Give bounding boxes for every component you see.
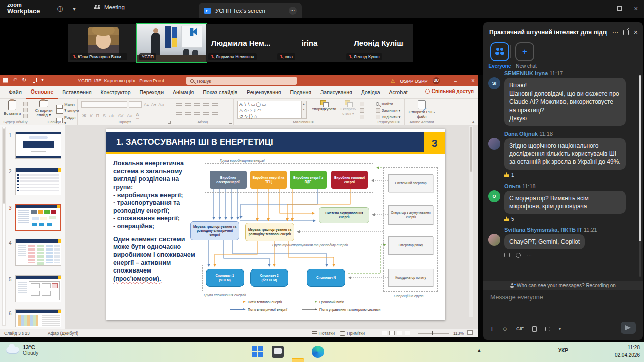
new-chat-chip[interactable]: + [515, 42, 534, 61]
chat-close-icon[interactable]: × [634, 28, 638, 36]
task-view-button[interactable] [272, 346, 284, 358]
normal-view-icon[interactable] [382, 331, 387, 335]
account-avatar[interactable]: UU [433, 77, 440, 84]
tab-help[interactable]: Довідка [357, 86, 385, 98]
chat-scrollbar[interactable] [639, 75, 641, 277]
everyone-label[interactable]: Everyone [485, 63, 515, 69]
zoom-slider[interactable] [418, 333, 449, 334]
video-tile-ludmila[interactable]: Людмила Нем... Людмила Немикіна [206, 24, 275, 62]
sender-name[interactable]: Dana Olijnuk [504, 131, 538, 137]
reply-icon[interactable] [504, 253, 510, 257]
sender-name[interactable]: SEMENIUK Iryna [504, 70, 548, 76]
slideshow-view-icon[interactable] [405, 331, 410, 335]
canvas-scrollbar[interactable] [469, 126, 473, 317]
slide-thumbnail-1[interactable] [15, 132, 61, 159]
warning-icon[interactable]: ⚠ [391, 78, 395, 84]
share-button[interactable]: Спільний доступ [425, 88, 474, 94]
edge-icon[interactable] [312, 346, 324, 358]
replace-button[interactable]: Замінити ▾ [376, 108, 400, 113]
slide-thumbnail-6[interactable] [15, 309, 61, 327]
maximize-button[interactable] [617, 6, 622, 11]
cut-icon[interactable] [23, 102, 28, 106]
save-button[interactable] [3, 78, 8, 83]
new-slide-button[interactable]: Створити слайд ▾ [33, 100, 54, 117]
emoji-icon[interactable]: ☺ [502, 326, 508, 332]
indent-increase-icon[interactable] [203, 102, 209, 106]
shape-outline-button[interactable] [360, 108, 364, 113]
font-size-buttons[interactable]: A▴A▾Aa [144, 102, 164, 107]
ppt-close-button[interactable]: × [471, 77, 475, 84]
reaction-badge[interactable]: 1 [504, 172, 632, 178]
chat-message[interactable]: SI SEMENIUK Iryna 11:17 Вітаю! Шановні д… [488, 70, 632, 126]
message-input[interactable]: Message everyone [490, 294, 543, 301]
tab-acrobat[interactable]: Acrobat [385, 86, 412, 98]
reset-button[interactable]: Скинути [56, 108, 79, 114]
collapse-ribbon-icon[interactable]: ▴ [472, 119, 474, 124]
tab-transitions[interactable]: Переходи [135, 86, 168, 98]
qat-customize-icon[interactable]: ▾ [41, 78, 43, 82]
ribbon-options-icon[interactable] [445, 79, 449, 83]
zoom-level[interactable]: 113% [453, 331, 464, 336]
bullets-icon[interactable] [176, 102, 182, 106]
sorter-view-icon[interactable] [389, 331, 395, 335]
tray-chevron-icon[interactable]: ▴ [478, 347, 481, 353]
columns-icon[interactable] [212, 112, 218, 117]
font-size-select[interactable] [129, 101, 142, 108]
account-name[interactable]: USPP USPP [400, 78, 427, 84]
new-chat-label[interactable]: New chat [511, 63, 541, 69]
info-icon[interactable]: ⓘ [57, 5, 63, 14]
quick-styles-button[interactable]: Експрес-стилі ▾ [338, 100, 359, 116]
line-spacing-icon[interactable] [212, 102, 218, 106]
align-left-icon[interactable] [176, 112, 182, 117]
redo-button[interactable]: ↻ [22, 77, 26, 83]
screenshot-icon[interactable] [545, 327, 550, 331]
slide-thumbnail-2[interactable] [15, 168, 61, 195]
chat-message[interactable]: Dana Olijnuk 11:18 Згідно щорічного наці… [488, 131, 632, 178]
sender-name[interactable]: Ольга [504, 183, 521, 189]
close-button[interactable]: × [634, 5, 638, 12]
format-text-icon[interactable]: T [490, 326, 494, 332]
ppt-minimize-button[interactable]: – [454, 78, 457, 84]
tab-slideshow[interactable]: Показ слайдів [198, 86, 242, 98]
language-indicator[interactable]: УКР [558, 348, 568, 353]
indent-decrease-icon[interactable] [194, 102, 200, 106]
tab-design[interactable]: Конструктор [96, 86, 135, 98]
start-button[interactable] [252, 346, 264, 358]
chat-message[interactable]: Svitlana Shymsnska, ПКТБ ІТ 11:21 ChayGP… [488, 227, 632, 258]
sender-name[interactable]: Svitlana Shymsnska, ПКТБ ІТ [504, 227, 582, 233]
shape-fill-button[interactable] [360, 102, 364, 106]
video-tile-yulia[interactable]: Юлія Романуша Бахм... [68, 24, 137, 62]
list-buttons[interactable] [176, 102, 218, 106]
add-reaction-icon[interactable] [516, 253, 521, 258]
reaction-badge[interactable]: 5 [504, 216, 632, 222]
view-buttons[interactable] [380, 330, 410, 335]
align-center-icon[interactable] [185, 112, 191, 117]
video-tile-uspp[interactable]: УСПП [137, 24, 206, 62]
ppt-restore-button[interactable] [462, 79, 466, 83]
gif-icon[interactable]: GIF [516, 326, 524, 331]
everyone-chip[interactable] [490, 42, 509, 61]
thumbnails-scrollbar[interactable] [2, 127, 6, 326]
tab-recording[interactable]: Записування [316, 86, 357, 98]
undo-button[interactable]: ↶ [13, 77, 17, 83]
tab-meeting[interactable]: Meeting [94, 4, 125, 10]
font-style-buttons[interactable]: ЖКПSabAVAa 𝐀 [82, 112, 139, 119]
copy-icon[interactable] [23, 108, 28, 112]
format-painter-icon[interactable] [23, 114, 28, 118]
align-right-icon[interactable] [194, 112, 200, 117]
start-slideshow-button[interactable] [31, 78, 37, 82]
tab-review[interactable]: Рецензування [242, 86, 285, 98]
clock[interactable]: 11:28 02.04.2026 [615, 344, 640, 359]
attach-file-icon[interactable] [532, 326, 537, 332]
tab-animations[interactable]: Анімація [168, 86, 198, 98]
chat-message[interactable]: O Ольга 11:18 Є модератор? Вимкніть всім… [488, 183, 632, 222]
slide-thumbnail-5[interactable] [15, 275, 61, 302]
video-tile-irina[interactable]: irina irina [275, 24, 344, 62]
toolbar-chevron-icon[interactable]: ▾ [559, 327, 561, 331]
select-button[interactable]: Виділити ▾ [376, 114, 400, 120]
slide-thumbnail-4[interactable] [15, 239, 61, 266]
create-pdf-button[interactable]: Створити PDF-файл [408, 100, 435, 119]
file-explorer-icon[interactable] [292, 358, 304, 362]
fit-slide-icon[interactable] [467, 330, 473, 335]
numbering-icon[interactable] [185, 102, 191, 106]
